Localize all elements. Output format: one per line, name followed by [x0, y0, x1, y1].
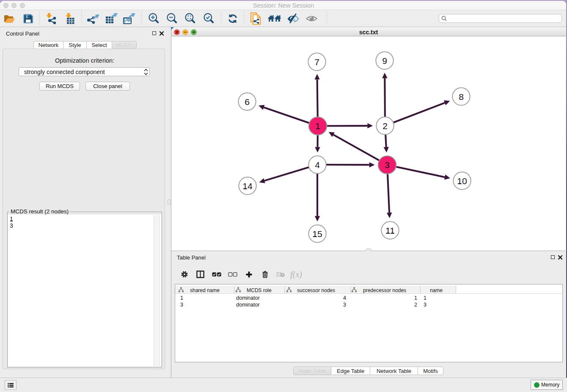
svg-text:9: 9 — [382, 56, 387, 66]
svg-text:1: 1 — [315, 121, 320, 131]
svg-text:14: 14 — [242, 181, 253, 191]
svg-text:3: 3 — [385, 160, 390, 170]
svg-text:6: 6 — [245, 97, 250, 107]
svg-text:10: 10 — [457, 176, 467, 186]
svg-text:2: 2 — [383, 121, 388, 131]
svg-text:11: 11 — [385, 226, 395, 235]
svg-text:7: 7 — [314, 57, 319, 67]
svg-text:8: 8 — [459, 92, 464, 102]
svg-text:15: 15 — [312, 229, 322, 239]
svg-text:4: 4 — [315, 160, 320, 170]
